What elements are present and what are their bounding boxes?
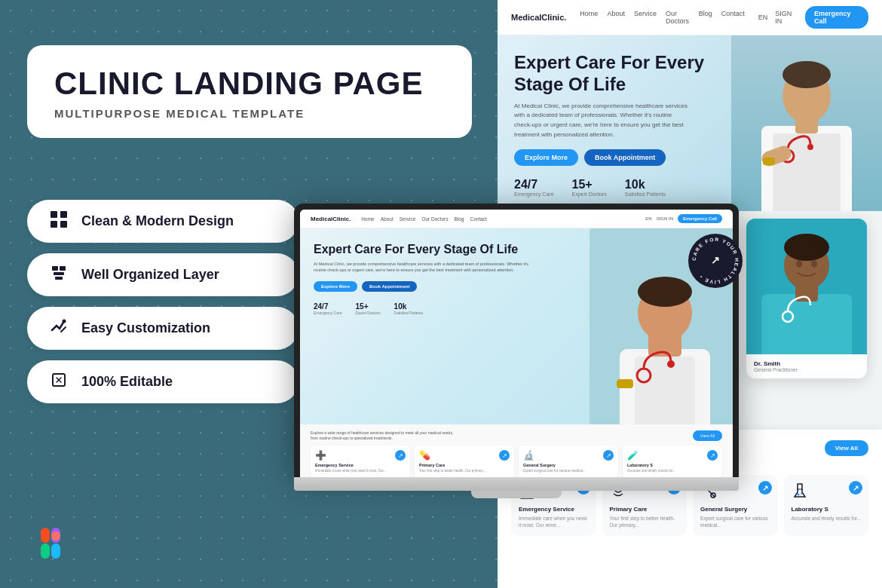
laptop-hero-content: Expert Care For Every Stage Of Life At M… <box>314 242 537 315</box>
svg-point-30 <box>801 493 802 495</box>
stat-doctors-label: Expert Doctors <box>572 191 607 197</box>
laptop-stand <box>471 491 562 498</box>
doctor-specialty: General Practitioner <box>754 367 859 372</box>
laptop-service-card-3: ↗ 🔬 General Surgery Expert surgical care… <box>519 446 618 477</box>
laptop-hero-buttons: Explore More Book Appointment <box>314 281 537 292</box>
nav-contact[interactable]: Contact <box>721 10 745 25</box>
laptop-services-header: Explore a wide range of healthcare servi… <box>311 430 722 441</box>
top-hero-section: Expert Care For Every Stage Of Life At M… <box>498 35 882 211</box>
stat-emergency-number: 24/7 <box>514 178 554 191</box>
svg-rect-41 <box>41 528 50 543</box>
svg-point-51 <box>638 277 692 307</box>
editable-icon <box>48 371 69 393</box>
laptop-book-btn: Book Appointment <box>362 281 417 292</box>
nav-service[interactable]: Service <box>634 10 657 25</box>
stat-patients: 10k Satisfied Patients <box>625 178 666 197</box>
emergency-call-button-top[interactable]: Emergency Call <box>805 6 868 29</box>
laptop-stat-1: 24/7 Emergency Care <box>314 302 342 315</box>
top-nav: MedicalClinic. Home About Service Our Do… <box>498 0 882 35</box>
laptop-mockup: MedicalClinic. Home About Service Our Do… <box>294 204 739 498</box>
top-nav-logo: MedicalClinic. <box>511 13 566 22</box>
laptop-nav-links: Home About Service Our Doctors Blog Cont… <box>361 216 487 222</box>
laptop-emergency-btn: Emergency Call <box>678 214 722 223</box>
svg-rect-36 <box>60 266 66 271</box>
service-arrow-surgery[interactable]: ↗ <box>758 481 772 495</box>
primary-care-name: Primary Care <box>610 506 680 513</box>
laptop-view-all-btn: View All <box>693 430 722 441</box>
primary-care-desc: Your first step to better health. Our pr… <box>610 515 680 528</box>
svg-rect-32 <box>60 211 67 218</box>
doctor-card-info: Dr. Smith General Practitioner <box>746 354 867 378</box>
laptop-base <box>294 477 739 491</box>
title-card: CLINIC LANDING PAGE MULTIPURPOSE MEDICAL… <box>27 45 472 138</box>
feature-badges-list: Clean & Modern Design Well Organized Lay… <box>27 200 299 403</box>
svg-point-15 <box>811 260 817 268</box>
svg-point-14 <box>796 260 802 268</box>
svg-point-39 <box>63 320 66 323</box>
svg-rect-37 <box>54 272 64 275</box>
svg-rect-8 <box>763 158 775 165</box>
laboratory-service-desc: Accurate and timely results for... <box>792 515 862 522</box>
svg-point-45 <box>51 531 60 541</box>
badge-editable: 100% Editable <box>27 360 299 403</box>
badge-clean-modern: Clean & Modern Design <box>27 200 299 243</box>
view-all-button[interactable]: View All <box>825 440 868 456</box>
doctor-card: Dr. Smith General Practitioner <box>746 219 867 378</box>
easy-customization-icon <box>48 317 69 339</box>
laptop-stat-3: 10k Satisfied Patients <box>394 302 424 315</box>
svg-rect-1 <box>773 133 841 211</box>
book-appointment-button-top[interactable]: Book Appointment <box>584 149 666 166</box>
svg-rect-43 <box>41 544 50 559</box>
svg-rect-38 <box>55 277 63 280</box>
page-title: CLINIC LANDING PAGE <box>54 66 445 101</box>
service-arrow-lab[interactable]: ↗ <box>849 481 862 495</box>
laboratory-service-name: Laboratory S <box>792 506 862 513</box>
svg-rect-33 <box>51 221 57 228</box>
laptop-logo: MedicalClinic. <box>311 216 351 222</box>
laptop-service-card-1: ↗ ➕ Emergency Service Immediate a care w… <box>311 446 410 477</box>
circular-badge: CARE FOR YOUR HEALTH LIVE • ↗ <box>688 234 743 288</box>
lang-selector[interactable]: EN <box>758 14 768 21</box>
svg-rect-34 <box>60 221 67 228</box>
laptop-hero-stats: 24/7 Emergency Care 15+ Expert Doctors 1… <box>314 302 537 315</box>
nav-about[interactable]: About <box>607 10 625 25</box>
stat-patients-number: 10k <box>625 178 666 191</box>
doctor-card-image <box>746 219 867 354</box>
laptop-service-card-2: ↗ 💊 Primary Care Your first step to bett… <box>415 446 514 477</box>
laptop-service-arrow-3: ↗ <box>603 450 614 461</box>
badge-well-organized: Well Organized Layer <box>27 253 299 296</box>
stat-emergency: 24/7 Emergency Care <box>514 178 554 197</box>
laptop-stat-2: 15+ Expert Doctors <box>356 302 381 315</box>
badge-easy-customization: Easy Customization <box>27 307 299 350</box>
top-site-mockup: MedicalClinic. Home About Service Our Do… <box>498 0 882 211</box>
svg-rect-10 <box>761 294 852 354</box>
nav-home[interactable]: Home <box>580 10 598 25</box>
laptop-hero: Expert Care For Every Stage Of Life At M… <box>300 228 733 424</box>
editable-label: 100% Editable <box>81 374 173 390</box>
svg-rect-44 <box>51 544 60 559</box>
stat-patients-label: Satisfied Patients <box>625 191 666 197</box>
nav-doctors[interactable]: Our Doctors <box>666 10 690 25</box>
laptop-screen-outer: MedicalClinic. Home About Service Our Do… <box>294 204 739 477</box>
doctor-name: Dr. Smith <box>754 360 859 367</box>
top-hero-desc: At Medical Clinic, we provide comprehens… <box>514 102 690 140</box>
stat-doctors-number: 15+ <box>572 178 607 191</box>
nav-blog[interactable]: Blog <box>699 10 712 25</box>
well-organized-icon <box>48 264 69 286</box>
clean-modern-label: Clean & Modern Design <box>81 213 234 229</box>
emergency-service-name: Emergency Service <box>519 506 589 513</box>
figma-logo <box>27 520 74 567</box>
laptop-hero-title: Expert Care For Every Stage Of Life <box>314 242 537 256</box>
emergency-service-desc: Immediate care when you need it most. Ou… <box>519 515 589 528</box>
laptop-services: Explore a wide range of healthcare servi… <box>300 424 733 477</box>
clean-modern-icon <box>48 210 69 232</box>
laptop-service-cards: ↗ ➕ Emergency Service Immediate a care w… <box>311 446 722 477</box>
laptop-screen-inner: MedicalClinic. Home About Service Our Do… <box>300 210 733 477</box>
top-nav-links: Home About Service Our Doctors Blog Cont… <box>580 10 744 25</box>
well-organized-label: Well Organized Layer <box>81 267 219 283</box>
laptop-services-desc: Explore a wide range of healthcare servi… <box>311 430 461 441</box>
sign-in-link[interactable]: SIGN IN <box>775 10 798 25</box>
explore-more-button-top[interactable]: Explore More <box>514 149 578 166</box>
laptop-service-card-4: ↗ 🧪 Laboratory S Accurate and timely res… <box>623 446 722 477</box>
laptop-explore-btn: Explore More <box>314 281 357 292</box>
